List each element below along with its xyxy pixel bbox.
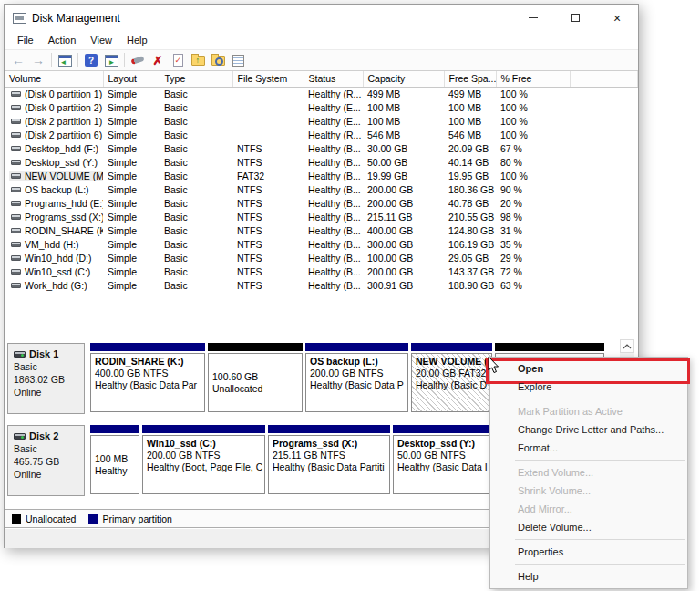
filesystem-cell: [232, 100, 304, 114]
table-row[interactable]: (Disk 0 partition 2)SimpleBasicHealthy (…: [5, 100, 638, 114]
table-row[interactable]: Desktop_ssd (Y:)SimpleBasicNTFSHealthy (…: [5, 155, 638, 169]
capacity-cell: 19.99 GB: [363, 169, 444, 182]
table-row[interactable]: (Disk 0 partition 1)SimpleBasicHealthy (…: [5, 87, 638, 100]
volume-name-selected: NEW VOLUME (M:): [9, 171, 103, 181]
mark-partition-button[interactable]: [168, 51, 188, 69]
volume-label: Work_hdd (G:): [25, 280, 88, 291]
disk-label-disk-2[interactable]: Disk 2Basic465.75 GBOnline: [7, 425, 85, 496]
context-menu-item-delete-volume[interactable]: Delete Volume...: [490, 518, 687, 536]
close-button[interactable]: ×: [596, 5, 638, 31]
partition-line: 100 MB: [95, 453, 135, 465]
column-header-layout[interactable]: Layout: [103, 71, 160, 87]
maximize-button[interactable]: [554, 5, 596, 31]
table-row[interactable]: NEW VOLUME (M:)SimpleBasicFAT32Healthy (…: [5, 169, 638, 182]
capacity-cell: 499 MB: [363, 87, 444, 100]
menu-help[interactable]: Help: [119, 35, 155, 46]
filesystem-cell: NTFS: [232, 155, 304, 169]
capacity-cell: 200.00 GB: [363, 182, 444, 196]
status-cell: Healthy (B...: [304, 196, 363, 210]
volume-cell: Desktop_ssd (Y:): [5, 155, 103, 169]
column-header-capacity[interactable]: Capacity: [363, 71, 444, 87]
partition-programs-ssd-x[interactable]: Programs_ssd (X:)215.11 GB NTFSHealthy (…: [268, 425, 390, 496]
volume-name: (Disk 0 partition 1): [9, 88, 103, 99]
layout-cell: Simple: [103, 251, 160, 264]
console-tree-button[interactable]: [55, 51, 75, 69]
minimize-button[interactable]: [512, 5, 554, 31]
partition-body: NEW VOLUME (M:)20.00 GB FAT32Healthy (Ba…: [411, 353, 492, 412]
context-menu-item-explore[interactable]: Explore: [490, 378, 687, 396]
percent-free-cell: 63 %: [496, 278, 570, 292]
filesystem-cell: NTFS: [232, 264, 304, 278]
type-cell: Basic: [160, 141, 232, 155]
status-cell: Healthy (R...: [304, 87, 363, 100]
capacity-cell: 30.00 GB: [363, 141, 444, 155]
percent-free-cell: 98 %: [496, 210, 570, 223]
column-header-volume[interactable]: Volume: [5, 71, 103, 87]
change-drive-letter-button[interactable]: [188, 51, 208, 69]
legend-item-primary-partition: Primary partition: [88, 513, 171, 524]
menu-file[interactable]: File: [10, 35, 41, 46]
menu-view[interactable]: View: [83, 35, 119, 46]
table-row[interactable]: Win10_ssd (C:)SimpleBasicNTFSHealthy (B.…: [5, 264, 638, 278]
column-header-type[interactable]: Type: [160, 71, 232, 87]
layout-cell: Simple: [103, 87, 160, 100]
layout-cell: Simple: [103, 223, 160, 237]
table-row[interactable]: Desktop_hdd (F:)SimpleBasicNTFSHealthy (…: [5, 141, 638, 155]
partition-system[interactable]: 100 MBHealthy: [90, 425, 139, 496]
explore-button[interactable]: [208, 51, 228, 69]
partition-rodin-share-k[interactable]: RODIN_SHARE (K:)400.00 GB NTFSHealthy (B…: [90, 343, 205, 414]
context-menu-item-change-drive-letter-and-paths[interactable]: Change Drive Letter and Paths...: [490, 420, 687, 439]
console-tree-icon: [58, 55, 72, 67]
context-menu-item-help[interactable]: Help: [490, 567, 687, 586]
empty-cell: [570, 278, 638, 292]
partition-unallocated[interactable]: 100.60 GBUnallocated: [208, 343, 303, 414]
context-menu-item-open[interactable]: Open: [490, 359, 687, 378]
capacity-cell: 400.00 GB: [363, 223, 444, 237]
table-row[interactable]: Win10_hdd (D:)SimpleBasicNTFSHealthy (B.…: [5, 251, 638, 264]
partition-os-backup-l[interactable]: OS backup (L:)200.00 GB NTFSHealthy (Bas…: [305, 343, 408, 414]
back-button[interactable]: ←: [8, 51, 28, 69]
free-space-cell: 180.36 GB: [444, 182, 496, 196]
volume-label: VM_hdd (H:): [25, 239, 79, 250]
column-header-free[interactable]: % Free: [496, 71, 570, 87]
forward-button[interactable]: →: [28, 51, 48, 69]
volume-cell: (Disk 0 partition 1): [5, 87, 103, 100]
table-row[interactable]: Programs_ssd (X:)SimpleBasicNTFSHealthy …: [5, 210, 638, 223]
partition-desktop-ssd-y[interactable]: Desktop_ssd (Y:)50.00 GB NTFSHealthy (Ba…: [393, 425, 489, 496]
table-row[interactable]: Programs_hdd (E:)SimpleBasicNTFSHealthy …: [5, 196, 638, 210]
action-pane-button[interactable]: [101, 51, 121, 69]
column-header-free-spa[interactable]: Free Spa...: [444, 71, 496, 87]
partition-win10-ssd-c[interactable]: Win10_ssd (C:)200.00 GB NTFSHealthy (Boo…: [142, 425, 265, 496]
volume-name: Win10_hdd (D:): [9, 253, 94, 264]
table-row[interactable]: RODIN_SHARE (K:)SimpleBasicNTFSHealthy (…: [5, 223, 638, 237]
context-menu-item-properties[interactable]: Properties: [490, 543, 687, 561]
table-row[interactable]: Work_hdd (G:)SimpleBasicNTFSHealthy (B..…: [5, 278, 638, 292]
table-row[interactable]: VM_hdd (H:)SimpleBasicNTFSHealthy (B...3…: [5, 237, 638, 251]
column-header-status[interactable]: Status: [304, 71, 363, 87]
scroll-up-button[interactable]: [620, 339, 634, 353]
type-cell: Basic: [160, 155, 232, 169]
partition-new-volume-m[interactable]: NEW VOLUME (M:)20.00 GB FAT32Healthy (Ba…: [411, 343, 492, 414]
volume-cell: Desktop_hdd (F:): [5, 141, 103, 155]
table-row[interactable]: (Disk 2 partition 6)SimpleBasicHealthy (…: [5, 128, 638, 141]
partition-line: 50.00 GB NTFS: [397, 450, 485, 461]
volume-cell: RODIN_SHARE (K:): [5, 223, 103, 237]
free-space-cell: 188.90 GB: [444, 278, 496, 292]
disk-label-disk-1[interactable]: Disk 1Basic1863.02 GBOnline: [7, 343, 85, 414]
filesystem-cell: NTFS: [232, 182, 304, 196]
delete-volume-button[interactable]: ✗: [148, 51, 168, 69]
type-cell: Basic: [160, 114, 232, 128]
context-menu-item-format[interactable]: Format...: [490, 439, 687, 457]
menu-action[interactable]: Action: [41, 35, 84, 46]
partition-title: RODIN_SHARE (K:): [95, 356, 201, 368]
help-button[interactable]: ?: [81, 51, 101, 69]
column-header-file-system[interactable]: File System: [232, 71, 304, 87]
rescan-button[interactable]: [128, 51, 148, 69]
volume-icon: [11, 173, 21, 179]
empty-cell: [570, 264, 638, 278]
capacity-cell: 300.91 GB: [363, 278, 444, 292]
properties-button[interactable]: [228, 51, 248, 69]
table-row[interactable]: (Disk 2 partition 1)SimpleBasicHealthy (…: [5, 114, 638, 128]
filesystem-cell: FAT32: [232, 169, 304, 182]
table-row[interactable]: OS backup (L:)SimpleBasicNTFSHealthy (B.…: [5, 182, 638, 196]
